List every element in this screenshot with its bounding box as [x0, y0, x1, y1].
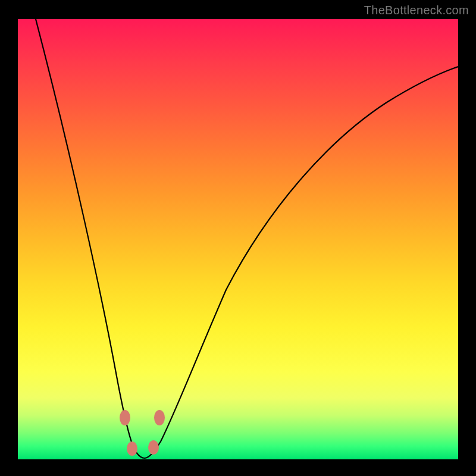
watermark-text: TheBottleneck.com: [364, 4, 469, 17]
marker-left-upper: [120, 410, 130, 425]
bottleneck-curve: [18, 19, 458, 459]
marker-left-lower: [127, 441, 137, 456]
curve-left-branch: [36, 19, 145, 458]
marker-right-upper: [154, 410, 165, 425]
chart-frame: TheBottleneck.com: [0, 0, 476, 476]
marker-right-lower: [148, 440, 159, 455]
curve-right-branch: [145, 67, 458, 458]
plot-area: [18, 19, 458, 459]
